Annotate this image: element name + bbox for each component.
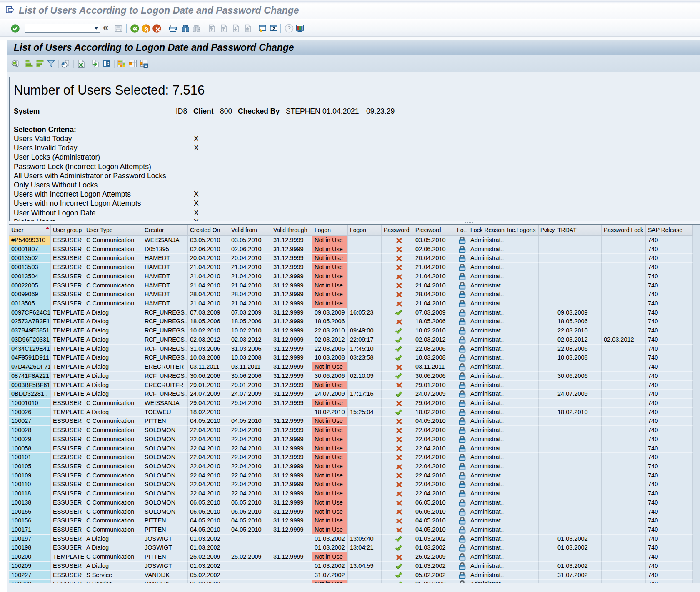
svg-text:?: ? [288,25,291,32]
